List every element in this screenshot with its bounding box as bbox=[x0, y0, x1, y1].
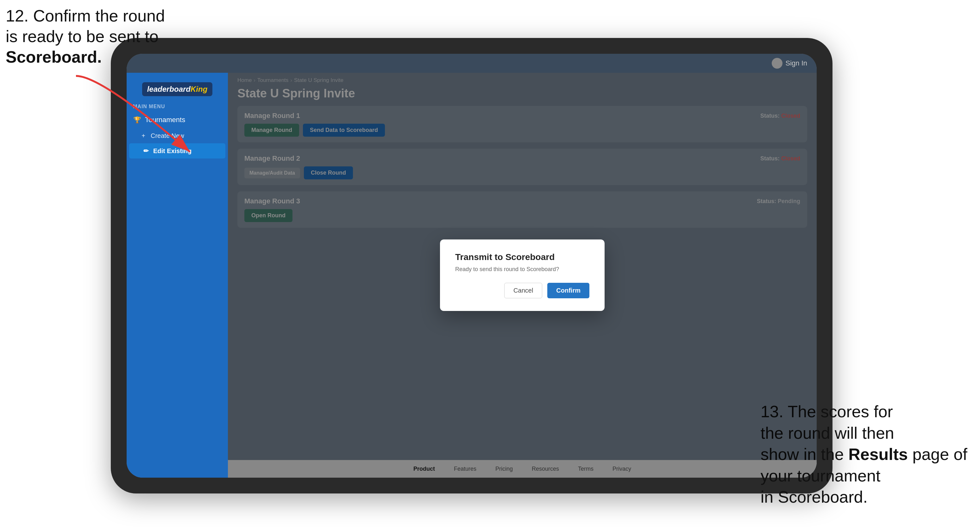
sidebar-logo: le aderboard King bbox=[127, 76, 228, 99]
modal-subtitle: Ready to send this round to Scoreboard? bbox=[455, 266, 589, 273]
modal-overlay: Transmit to Scoreboard Ready to send thi… bbox=[228, 73, 817, 478]
trophy-icon: 🏆 bbox=[133, 116, 141, 124]
plus-icon: + bbox=[139, 132, 148, 140]
sign-in-label[interactable]: Sign In bbox=[786, 59, 808, 67]
annotation-line3: Scoreboard. bbox=[6, 48, 102, 66]
annotation-line2: is ready to be sent to bbox=[6, 27, 159, 46]
edit-existing-label: Edit Existing bbox=[153, 148, 191, 155]
modal-title: Transmit to Scoreboard bbox=[455, 252, 589, 262]
logo-board: aderboard bbox=[154, 85, 191, 94]
logo-text: le bbox=[147, 85, 154, 94]
tablet-frame: Sign In le aderboard King MAIN MENU bbox=[111, 38, 832, 494]
content-area: Home › Tournaments › State U Spring Invi… bbox=[228, 73, 817, 478]
transmit-modal: Transmit to Scoreboard Ready to send thi… bbox=[440, 240, 605, 311]
main-layout: le aderboard King MAIN MENU 🏆 Tournament… bbox=[127, 73, 817, 478]
sidebar-tournaments-label: Tournaments bbox=[145, 116, 185, 124]
edit-icon: ✏ bbox=[142, 147, 150, 155]
sidebar-item-edit-existing[interactable]: ✏ Edit Existing bbox=[129, 143, 225, 159]
modal-cancel-button[interactable]: Cancel bbox=[504, 283, 542, 298]
logo-king: King bbox=[191, 85, 207, 94]
sidebar-item-tournaments[interactable]: 🏆 Tournaments bbox=[127, 111, 228, 129]
sidebar-item-create-new[interactable]: + Create New bbox=[127, 129, 228, 143]
annotation-line1: 12. Confirm the round bbox=[6, 6, 165, 25]
sidebar: le aderboard King MAIN MENU 🏆 Tournament… bbox=[127, 73, 228, 478]
annotation-br-bold: Results bbox=[848, 445, 908, 464]
modal-actions: Cancel Confirm bbox=[455, 283, 589, 298]
top-bar-user: Sign In bbox=[772, 58, 808, 69]
top-bar: Sign In bbox=[127, 54, 817, 73]
user-avatar-icon bbox=[772, 58, 783, 69]
modal-confirm-button[interactable]: Confirm bbox=[547, 283, 589, 298]
create-new-label: Create New bbox=[151, 132, 184, 140]
annotation-top-left: 12. Confirm the round is ready to be sen… bbox=[6, 6, 165, 67]
tablet-screen: Sign In le aderboard King MAIN MENU bbox=[127, 54, 817, 478]
sidebar-section-label: MAIN MENU bbox=[127, 99, 228, 111]
